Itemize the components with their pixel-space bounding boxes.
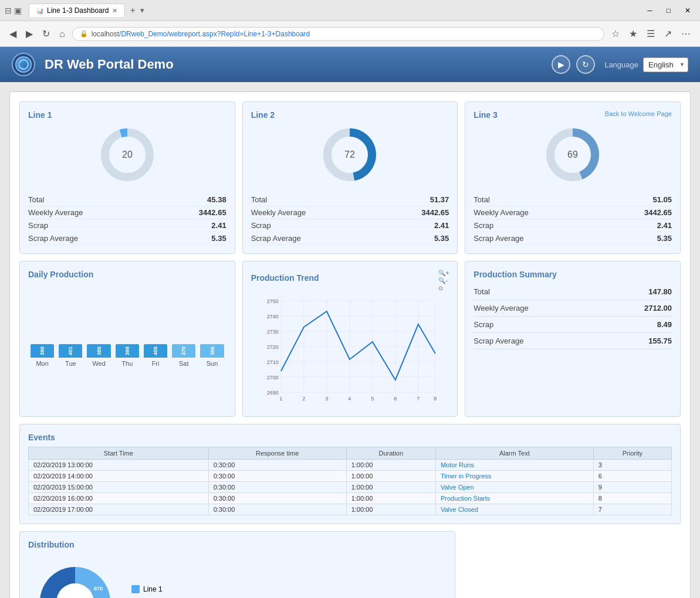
event-cell-response-4: 0:30:00 bbox=[208, 504, 346, 515]
summary-weekly-label: Weekly Average bbox=[474, 304, 528, 312]
svg-text:6: 6 bbox=[394, 396, 397, 402]
zoom-in-icon[interactable]: 🔍+ bbox=[438, 270, 449, 276]
bar-sat: 370 bbox=[172, 344, 195, 358]
summary-weekly-value: 2712.00 bbox=[644, 304, 672, 312]
event-cell-duration-1: 1:00:00 bbox=[346, 471, 435, 482]
line1-total-value: 45.38 bbox=[207, 195, 226, 204]
bar-wrapper-fri: 405Fri bbox=[144, 344, 167, 367]
daily-production-card: Daily Production 390Mon401Tue385Wed398Th… bbox=[19, 261, 235, 417]
bar-day-fri: Fri bbox=[152, 360, 160, 367]
alarm-link-3[interactable]: Production Starts bbox=[441, 495, 490, 502]
bar-label-thu: 398 bbox=[124, 344, 130, 358]
address-path: /DRweb_Demo/webreport.aspx?RepId=Line+1-… bbox=[119, 30, 310, 38]
alarm-link-2[interactable]: Valve Open bbox=[441, 484, 474, 491]
maximize-button[interactable]: □ bbox=[662, 4, 675, 17]
svg-text:2700: 2700 bbox=[266, 375, 278, 380]
favorites-button[interactable]: ★ bbox=[627, 26, 640, 42]
svg-text:69: 69 bbox=[567, 150, 578, 159]
bar-day-mon: Mon bbox=[36, 360, 48, 367]
line2-weekly-row: Weekly Average 3442.65 bbox=[251, 206, 449, 219]
legend-line1-color bbox=[131, 585, 140, 593]
event-cell-start-1: 02/20/2019 14:00:00 bbox=[29, 471, 209, 482]
line3-total-row: Total 51.05 bbox=[474, 193, 672, 206]
line2-title: Line 2 bbox=[251, 110, 275, 120]
new-tab-button[interactable]: + bbox=[130, 5, 135, 16]
alarm-link-0[interactable]: Motor Runs bbox=[441, 461, 474, 468]
line2-scrap-avg-label: Scrap Average bbox=[251, 234, 301, 243]
bar-label-sat: 370 bbox=[181, 344, 187, 358]
app-header: DR Web Portal Demo ▶ ↻ Language English bbox=[0, 47, 700, 82]
address-bar[interactable]: 🔒 localhost/DRweb_Demo/webreport.aspx?Re… bbox=[72, 27, 604, 41]
active-tab[interactable]: 📊 Line 1-3 Dashboard ✕ bbox=[29, 4, 125, 17]
more-button[interactable]: ⋯ bbox=[679, 26, 693, 42]
line2-scrap-row: Scrap 2.41 bbox=[251, 219, 449, 232]
bar-wrapper-mon: 390Mon bbox=[31, 344, 54, 367]
logo-icon bbox=[18, 59, 29, 70]
bar-label-mon: 390 bbox=[39, 344, 45, 358]
refresh-button[interactable]: ↻ bbox=[40, 26, 52, 42]
events-header-row: Start Time Response time Duration Alarm … bbox=[29, 447, 672, 460]
alarm-link-1[interactable]: Timer in Progress bbox=[441, 473, 491, 480]
svg-text:72: 72 bbox=[345, 150, 356, 159]
app-logo-inner bbox=[15, 56, 32, 73]
refresh-app-button[interactable]: ↻ bbox=[576, 55, 595, 74]
summary-scrap-avg-row: Scrap Average 155.75 bbox=[474, 333, 672, 349]
back-to-welcome-link[interactable]: Back to Welcome Page bbox=[605, 110, 672, 117]
line3-weekly-value: 3442.65 bbox=[644, 208, 672, 217]
back-button[interactable]: ◀ bbox=[7, 26, 19, 42]
bar-wrapper-thu: 398Thu bbox=[116, 344, 139, 367]
event-cell-priority-1: 6 bbox=[593, 471, 671, 482]
line1-scrap-label: Scrap bbox=[28, 221, 48, 230]
minimize-button[interactable]: ─ bbox=[642, 4, 657, 17]
bar-day-wed: Wed bbox=[92, 360, 105, 367]
close-button[interactable]: ✕ bbox=[680, 4, 695, 17]
event-cell-response-3: 0:30:00 bbox=[208, 493, 346, 504]
alarm-link-4[interactable]: Valve Closed bbox=[441, 506, 478, 513]
top-row: Line 1 20 Total 45.38 bbox=[19, 101, 681, 254]
line3-scrap-label: Scrap bbox=[474, 221, 493, 230]
tab-menu-button[interactable]: ▾ bbox=[140, 6, 144, 15]
zoom-out-icon[interactable]: 🔍- bbox=[438, 277, 449, 284]
line3-header: Line 3 Back to Welcome Page bbox=[474, 110, 672, 120]
play-button[interactable]: ▶ bbox=[552, 55, 570, 74]
event-cell-response-2: 0:30:00 bbox=[208, 482, 346, 493]
col-start-time: Start Time bbox=[29, 447, 209, 460]
line2-card: Line 2 72 Total 51.37 bbox=[242, 101, 458, 254]
event-cell-response-1: 0:30:00 bbox=[208, 471, 346, 482]
line2-scrap-value: 2.41 bbox=[434, 221, 449, 230]
bar-day-sun: Sun bbox=[207, 360, 218, 367]
line2-scrap-label: Scrap bbox=[251, 221, 271, 230]
production-trend-title: Production Trend bbox=[251, 273, 319, 283]
line1-scrap-row: Scrap 2.41 bbox=[28, 219, 226, 232]
line1-scrap-avg-row: Scrap Average 5.35 bbox=[28, 232, 226, 245]
bar-wrapper-sun: 366Sun bbox=[200, 344, 224, 367]
home-button[interactable]: ⌂ bbox=[57, 26, 67, 42]
language-dropdown[interactable]: English bbox=[643, 57, 688, 72]
summary-total-value: 147.80 bbox=[648, 287, 672, 296]
hub-button[interactable]: ☰ bbox=[644, 26, 657, 42]
events-table-head: Start Time Response time Duration Alarm … bbox=[29, 447, 672, 460]
address-text: localhost/DRweb_Demo/webreport.aspx?RepI… bbox=[92, 30, 310, 38]
bookmarks-button[interactable]: ☆ bbox=[609, 26, 622, 42]
event-cell-start-0: 02/20/2019 13:00:00 bbox=[29, 460, 209, 471]
line1-scrap-avg-label: Scrap Average bbox=[28, 234, 78, 243]
bar-sun: 366 bbox=[200, 344, 224, 358]
lock-icon: 🔒 bbox=[80, 30, 88, 38]
bar-tue: 401 bbox=[59, 344, 82, 358]
share-button[interactable]: ↗ bbox=[662, 26, 674, 42]
zoom-reset-icon[interactable]: ⊙ bbox=[438, 285, 449, 291]
tab-close-button[interactable]: ✕ bbox=[112, 7, 117, 15]
browser-titlebar: ⊟ ▣ 📊 Line 1-3 Dashboard ✕ + ▾ ─ □ ✕ bbox=[0, 0, 700, 21]
line2-scrap-avg-value: 5.35 bbox=[434, 234, 449, 243]
line1-total-label: Total bbox=[28, 195, 44, 204]
bar-chart: 390Mon401Tue385Wed398Thu405Fri370Sat366S… bbox=[28, 285, 226, 367]
forward-button[interactable]: ▶ bbox=[23, 26, 35, 42]
events-table-body: 02/20/2019 13:00:000:30:001:00:00Motor R… bbox=[29, 460, 672, 515]
bar-wrapper-wed: 385Wed bbox=[87, 344, 110, 367]
win-icon: ⊟ bbox=[5, 6, 12, 15]
svg-text:5: 5 bbox=[371, 396, 374, 402]
line1-weekly-row: Weekly Average 3442.65 bbox=[28, 206, 226, 219]
bar-label-wed: 385 bbox=[96, 344, 102, 358]
bar-mon: 390 bbox=[31, 344, 54, 358]
line3-scrap-avg-label: Scrap Average bbox=[474, 234, 523, 243]
